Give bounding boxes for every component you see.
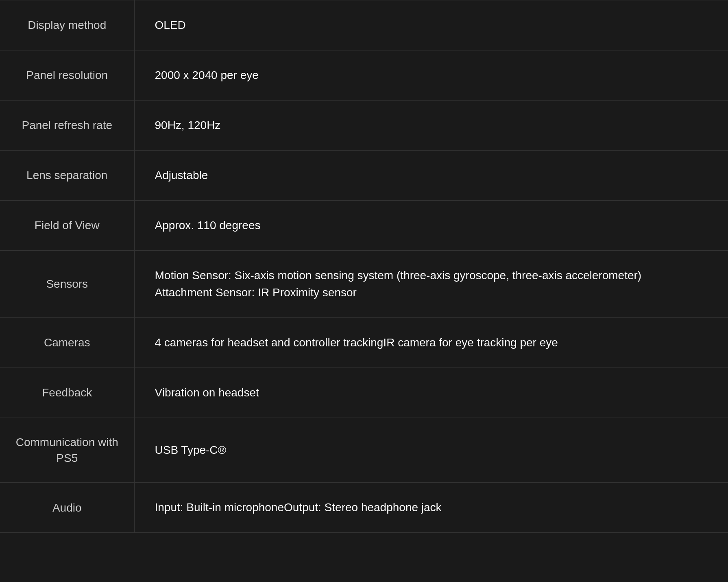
spec-value-communication: USB Type-C® — [134, 418, 728, 483]
spec-value-display-method: OLED — [134, 0, 728, 50]
table-row-cameras: Cameras4 cameras for headset and control… — [0, 318, 728, 368]
spec-value-audio: Input: Built-in microphoneOutput: Stereo… — [134, 483, 728, 533]
spec-label-field-of-view: Field of View — [0, 201, 134, 251]
table-row-sensors: SensorsMotion Sensor: Six-axis motion se… — [0, 251, 728, 318]
table-row-panel-resolution: Panel resolution2000 x 2040 per eye — [0, 50, 728, 101]
table-row-communication: Communication with PS5USB Type-C® — [0, 418, 728, 483]
spec-label-panel-refresh-rate: Panel refresh rate — [0, 101, 134, 151]
table-row-feedback: FeedbackVibration on headset — [0, 368, 728, 418]
spec-value-field-of-view: Approx. 110 degrees — [134, 201, 728, 251]
spec-label-communication: Communication with PS5 — [0, 418, 134, 483]
spec-value-sensors: Motion Sensor: Six-axis motion sensing s… — [134, 251, 728, 318]
spec-value-panel-refresh-rate: 90Hz, 120Hz — [134, 101, 728, 151]
specs-table: Display methodOLEDPanel resolution2000 x… — [0, 0, 728, 533]
table-row-display-method: Display methodOLED — [0, 0, 728, 50]
spec-value-cameras: 4 cameras for headset and controller tra… — [134, 318, 728, 368]
table-row-panel-refresh-rate: Panel refresh rate90Hz, 120Hz — [0, 101, 728, 151]
spec-label-audio: Audio — [0, 483, 134, 533]
spec-label-display-method: Display method — [0, 0, 134, 50]
spec-label-feedback: Feedback — [0, 368, 134, 418]
spec-value-feedback: Vibration on headset — [134, 368, 728, 418]
spec-value-panel-resolution: 2000 x 2040 per eye — [134, 50, 728, 101]
spec-value-lens-separation: Adjustable — [134, 151, 728, 201]
table-row-audio: AudioInput: Built-in microphoneOutput: S… — [0, 483, 728, 533]
table-row-lens-separation: Lens separationAdjustable — [0, 151, 728, 201]
spec-label-sensors: Sensors — [0, 251, 134, 318]
spec-label-lens-separation: Lens separation — [0, 151, 134, 201]
spec-label-cameras: Cameras — [0, 318, 134, 368]
spec-label-panel-resolution: Panel resolution — [0, 50, 134, 101]
table-row-field-of-view: Field of ViewApprox. 110 degrees — [0, 201, 728, 251]
